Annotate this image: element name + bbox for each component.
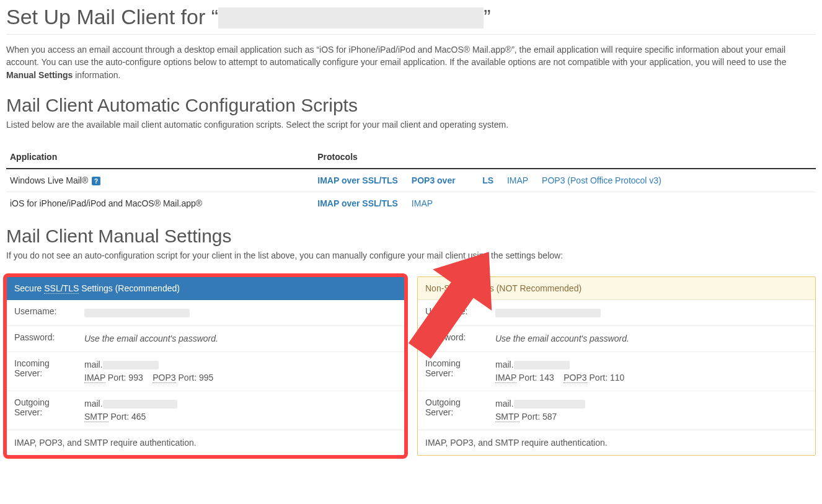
manual-settings-desc: If you do not see an auto-configuration … <box>6 250 816 260</box>
row-username: Username: <box>418 300 815 326</box>
intro-paragraph: When you access an email account through… <box>6 43 816 81</box>
imap-port: 993 <box>128 373 143 382</box>
table-row: iOS for iPhone/iPad/iPod and MacOS® Mail… <box>6 192 816 215</box>
smtp-abbr: SMTP <box>84 412 108 422</box>
value-password: Use the email account's password. <box>84 332 397 345</box>
link-imap-ssl[interactable]: IMAP over SSL/TLS <box>317 198 398 208</box>
link-pop3[interactable]: POP3 (Post Office Protocol v3) <box>542 175 661 185</box>
label-incoming: Incoming Server: <box>14 358 79 378</box>
intro-text-2: information. <box>73 70 120 80</box>
auth-note: IMAP, POP3, and SMTP require authenticat… <box>7 430 404 455</box>
manual-settings-heading: Mail Client Manual Settings <box>6 226 816 247</box>
app-cell: iOS for iPhone/iPad/iPod and MacOS® Mail… <box>6 192 314 215</box>
label-outgoing: Outgoing Server: <box>425 397 490 417</box>
protocols-cell: IMAP over SSL/TLS POP3 over SSL/TLS IMAP… <box>314 169 816 192</box>
label-username: Username: <box>14 306 79 316</box>
imap-port: 143 <box>539 373 554 382</box>
pop3-abbr: POP3 <box>563 373 586 383</box>
auto-config-desc: Listed below are the available mail clie… <box>6 120 816 130</box>
row-password: Password: Use the email account's passwo… <box>7 326 404 352</box>
protocols-cell: IMAP over SSL/TLS IMAP <box>314 192 816 215</box>
scripts-table: Application Protocols Windows Live Mail®… <box>6 146 816 214</box>
smtp-abbr: SMTP <box>495 412 519 422</box>
label-incoming: Incoming Server: <box>425 358 490 378</box>
label-username: Username: <box>425 306 490 316</box>
app-cell: Windows Live Mail® ? <box>6 169 314 192</box>
nonssl-settings-panel: Non-SSL Settings (NOT Recommended) Usern… <box>417 276 816 456</box>
label-password: Password: <box>425 332 490 342</box>
value-username <box>84 306 397 319</box>
pop3-abbr: POP3 <box>152 373 175 383</box>
settings-panels: Secure SSL/TLS Settings (Recommended) Us… <box>6 276 816 456</box>
auto-config-heading: Mail Client Automatic Configuration Scri… <box>6 95 816 116</box>
page-title-suffix: ” <box>484 5 490 29</box>
row-incoming: Incoming Server: mail. IMAP Port: 143 PO… <box>418 352 815 391</box>
table-row: Windows Live Mail® ? IMAP over SSL/TLS P… <box>6 169 816 192</box>
row-incoming: Incoming Server: mail. IMAP Port: 993 PO… <box>7 352 404 391</box>
redacted-account <box>218 7 484 29</box>
col-protocols: Protocols <box>314 146 816 169</box>
page-title-prefix: Set Up Mail Client for “ <box>6 5 218 29</box>
pop3-port: 995 <box>199 373 213 382</box>
ssl-panel-header: Secure SSL/TLS Settings (Recommended) <box>7 277 404 300</box>
ssl-settings-panel: Secure SSL/TLS Settings (Recommended) Us… <box>6 276 405 456</box>
divider <box>6 34 816 35</box>
page-title: Set Up Mail Client for “ ” <box>6 5 816 29</box>
label-outgoing: Outgoing Server: <box>14 397 79 417</box>
value-incoming: mail. IMAP Port: 143 POP3 Port: 110 <box>495 358 808 384</box>
auth-note: IMAP, POP3, and SMTP require authenticat… <box>418 430 815 455</box>
app-name-windows-live: Windows Live Mail® <box>10 175 91 185</box>
imap-abbr: IMAP <box>495 373 516 383</box>
link-pop3-ssl[interactable]: POP3 over SSL/TLS <box>412 175 493 185</box>
link-imap-ssl[interactable]: IMAP over SSL/TLS <box>317 175 398 185</box>
row-username: Username: <box>7 300 404 326</box>
intro-text-1: When you access an email account through… <box>6 45 786 67</box>
value-incoming: mail. IMAP Port: 993 POP3 Port: 995 <box>84 358 397 384</box>
imap-abbr: IMAP <box>84 373 105 383</box>
value-outgoing: mail. SMTP Port: 587 <box>495 397 808 423</box>
smtp-port: 587 <box>542 412 557 422</box>
manual-settings-strong: Manual Settings <box>6 70 73 80</box>
label-password: Password: <box>14 332 79 342</box>
row-outgoing: Outgoing Server: mail. SMTP Port: 465 <box>7 391 404 430</box>
link-imap[interactable]: IMAP <box>412 198 433 208</box>
help-icon[interactable]: ? <box>92 177 100 185</box>
nonssl-panel-header: Non-SSL Settings (NOT Recommended) <box>418 277 815 300</box>
row-password: Password: Use the email account's passwo… <box>418 326 815 352</box>
col-application: Application <box>6 146 314 169</box>
row-outgoing: Outgoing Server: mail. SMTP Port: 587 <box>418 391 815 430</box>
smtp-port: 465 <box>131 412 146 422</box>
ssl-tls-abbr: SSL/TLS <box>44 283 79 294</box>
value-password: Use the email account's password. <box>495 332 808 345</box>
pop3-port: 110 <box>610 373 624 382</box>
link-imap[interactable]: IMAP <box>507 175 528 185</box>
value-outgoing: mail. SMTP Port: 465 <box>84 397 397 423</box>
value-username <box>495 306 808 319</box>
